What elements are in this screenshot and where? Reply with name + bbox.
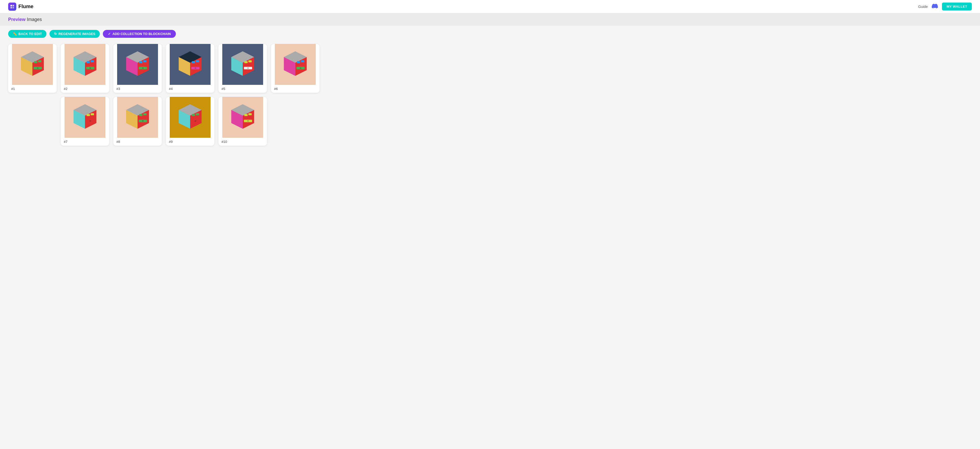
- svg-rect-9: [38, 60, 41, 62]
- card-image: [61, 97, 109, 138]
- card-image: [218, 44, 267, 85]
- grid-card[interactable]: #2: [61, 44, 109, 93]
- svg-rect-0: [11, 5, 12, 6]
- subheader: Preview Images: [0, 13, 980, 26]
- grid-card[interactable]: #5: [218, 44, 267, 93]
- svg-rect-51: [300, 68, 301, 69]
- svg-rect-65: [143, 113, 146, 115]
- grid-card[interactable]: #7: [61, 97, 109, 145]
- card-image: [113, 44, 162, 85]
- svg-rect-11: [37, 68, 38, 69]
- grid-row-1: #1 #2 #3: [8, 44, 972, 93]
- header: Flume Guide MY WALLET: [0, 0, 980, 13]
- grid-card[interactable]: #3: [113, 44, 162, 93]
- svg-rect-49: [301, 60, 304, 62]
- svg-rect-67: [142, 121, 144, 121]
- svg-rect-43: [247, 68, 249, 69]
- logo-icon: [8, 3, 16, 11]
- svg-rect-32: [192, 61, 195, 63]
- svg-rect-81: [248, 113, 251, 115]
- pencil-icon: ✏️: [13, 32, 17, 36]
- svg-rect-33: [196, 60, 199, 62]
- card-image: [271, 44, 320, 85]
- card-label: #3: [113, 85, 162, 93]
- svg-rect-8: [34, 61, 37, 63]
- card-label: #9: [166, 138, 215, 145]
- svg-rect-1: [13, 5, 14, 6]
- header-right: Guide MY WALLET: [918, 3, 972, 11]
- grid-card[interactable]: #6: [271, 44, 320, 93]
- svg-rect-17: [91, 60, 94, 62]
- card-label: #5: [218, 85, 267, 93]
- logo-text: Flume: [18, 3, 33, 10]
- svg-rect-83: [247, 121, 249, 121]
- svg-rect-16: [86, 61, 90, 63]
- regenerate-images-button[interactable]: ↻ REGENERATE IMAGES: [49, 30, 100, 38]
- grid-card[interactable]: #10: [218, 97, 267, 145]
- svg-rect-57: [91, 113, 94, 115]
- svg-rect-25: [143, 60, 146, 62]
- svg-rect-73: [196, 113, 199, 115]
- card-label: #10: [218, 138, 267, 145]
- card-image: [218, 97, 267, 138]
- card-label: #2: [61, 85, 109, 93]
- svg-rect-56: [86, 114, 90, 116]
- images-label: Images: [27, 17, 42, 22]
- refresh-icon: ↻: [54, 32, 57, 36]
- add-collection-blockchain-button[interactable]: ✓ ADD COLLECTION TO BLOCKCHAIN: [103, 30, 176, 38]
- card-label: #4: [166, 85, 215, 93]
- svg-rect-75: [195, 121, 196, 121]
- toolbar: ✏️ BACK TO EDIT ↻ REGENERATE IMAGES ✓ AD…: [0, 26, 980, 42]
- svg-rect-80: [244, 114, 248, 116]
- svg-rect-72: [192, 114, 195, 116]
- grid-row-2: #7 #8 #9: [8, 97, 972, 145]
- grid-card[interactable]: #1: [8, 44, 57, 93]
- back-to-edit-button[interactable]: ✏️ BACK TO EDIT: [8, 30, 46, 38]
- grid-card[interactable]: #8: [113, 97, 162, 145]
- svg-rect-64: [139, 114, 142, 116]
- svg-rect-40: [244, 61, 248, 63]
- check-icon: ✓: [108, 32, 111, 36]
- svg-rect-48: [297, 61, 300, 63]
- logo: Flume: [8, 3, 33, 11]
- discord-icon[interactable]: [932, 3, 938, 10]
- grid-card[interactable]: #9: [166, 97, 215, 145]
- guide-link[interactable]: Guide: [918, 5, 928, 9]
- svg-rect-19: [89, 68, 91, 69]
- card-image: [61, 44, 109, 85]
- card-label: #8: [113, 138, 162, 145]
- grid-card[interactable]: #4: [166, 44, 215, 93]
- svg-rect-35: [195, 68, 196, 69]
- card-label: #1: [8, 85, 57, 93]
- svg-rect-59: [89, 121, 91, 121]
- page-title: Preview Images: [8, 17, 972, 22]
- svg-rect-24: [139, 61, 142, 63]
- svg-rect-41: [248, 60, 251, 62]
- card-image: [8, 44, 57, 85]
- image-grid: #1 #2 #3: [0, 42, 980, 158]
- preview-label: Preview: [8, 17, 25, 22]
- card-image: [113, 97, 162, 138]
- card-image: [166, 97, 215, 138]
- svg-rect-27: [142, 68, 144, 69]
- card-label: #7: [61, 138, 109, 145]
- card-image: [166, 44, 215, 85]
- my-wallet-button[interactable]: MY WALLET: [942, 3, 972, 11]
- svg-rect-2: [11, 7, 12, 8]
- card-label: #6: [271, 85, 320, 93]
- svg-rect-3: [13, 7, 14, 8]
